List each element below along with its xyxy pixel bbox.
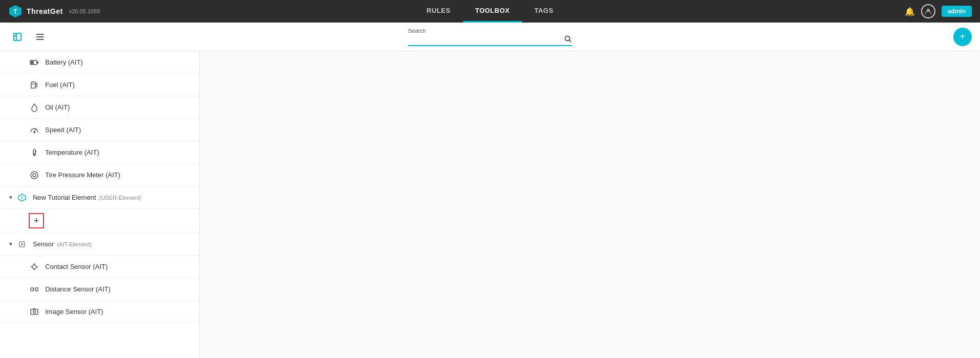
- image-sensor-label: Image Sensor (AIT): [45, 308, 103, 315]
- search-input[interactable]: [408, 35, 564, 45]
- temperature-label: Temperature (AIT): [45, 149, 99, 156]
- tutorial-icon: T: [16, 192, 28, 203]
- fuel-label: Fuel (AIT): [45, 81, 75, 89]
- svg-text:T: T: [13, 8, 17, 15]
- contact-sensor-label: Contact Sensor (AIT): [45, 263, 108, 270]
- fuel-icon: [29, 79, 40, 91]
- battery-label: Battery (AIT): [45, 58, 83, 66]
- svg-point-26: [21, 243, 23, 245]
- sensor-icon: [16, 239, 28, 250]
- svg-rect-35: [31, 309, 38, 314]
- top-nav: T ThreatGet v20.05.1059 RULES TOOLBOX TA…: [0, 0, 980, 23]
- search-area: Search: [408, 28, 572, 46]
- temperature-icon: [29, 147, 40, 158]
- tire-icon: [29, 170, 40, 181]
- list-item[interactable]: Contact Sensor (AIT): [0, 256, 199, 278]
- svg-line-8: [569, 40, 571, 42]
- svg-point-27: [32, 265, 36, 269]
- speed-label: Speed (AIT): [45, 126, 81, 134]
- search-row: [408, 35, 572, 46]
- distance-sensor-label: Distance Sensor (AIT): [45, 285, 111, 293]
- tab-tags[interactable]: TAGS: [522, 0, 565, 23]
- svg-rect-32: [31, 288, 33, 291]
- svg-point-22: [33, 174, 36, 177]
- distance-sensor-icon: [29, 284, 40, 295]
- list-item[interactable]: Temperature (AIT): [0, 141, 199, 164]
- contact-sensor-icon: [29, 261, 40, 272]
- sensor-type: (AIT-Element): [57, 241, 92, 247]
- svg-point-16: [34, 131, 35, 132]
- list-item[interactable]: Oil (AIT): [0, 96, 199, 119]
- tire-label: Tire Pressure Meter (AIT): [45, 171, 120, 179]
- svg-rect-13: [31, 82, 35, 88]
- new-tutorial-label: New Tutorial Element: [33, 194, 96, 201]
- sensor-section-header[interactable]: ▼ Sensor (AIT-Element): [0, 233, 199, 256]
- add-child-button[interactable]: +: [29, 213, 44, 228]
- list-item[interactable]: Distance Sensor (AIT): [0, 278, 199, 301]
- svg-rect-37: [33, 308, 35, 309]
- list-item[interactable]: Battery (AIT): [0, 51, 199, 74]
- oil-label: Oil (AIT): [45, 103, 70, 111]
- search-label: Search: [408, 28, 572, 34]
- hamburger-menu-icon[interactable]: [31, 28, 49, 46]
- search-icon[interactable]: [564, 35, 572, 45]
- list-item[interactable]: Image Sensor (AIT): [0, 301, 199, 323]
- add-child-container: +: [0, 209, 199, 233]
- expand-view-button[interactable]: [8, 28, 27, 46]
- app-version: v20.05.1059: [69, 8, 100, 14]
- app-logo-icon: T: [8, 4, 23, 18]
- svg-text:T: T: [21, 196, 24, 200]
- svg-point-21: [31, 172, 38, 179]
- nav-tabs: RULES TOOLBOX TAGS: [414, 0, 565, 23]
- notification-bell-icon[interactable]: 🔔: [905, 7, 915, 16]
- app-name: ThreatGet: [27, 7, 63, 15]
- svg-rect-3: [14, 33, 21, 40]
- chevron-down-icon: ▼: [8, 195, 13, 200]
- image-sensor-icon: [29, 306, 40, 318]
- add-global-button[interactable]: +: [953, 28, 972, 46]
- battery-icon: [29, 57, 40, 68]
- svg-point-7: [565, 36, 570, 40]
- user-circle-icon[interactable]: [921, 4, 935, 18]
- logo-area: T ThreatGet v20.05.1059: [8, 4, 100, 18]
- speed-icon: [29, 124, 40, 136]
- content-area: [200, 51, 980, 358]
- svg-rect-33: [35, 288, 38, 291]
- tab-rules[interactable]: RULES: [414, 0, 463, 23]
- secondary-nav: Search +: [0, 23, 980, 51]
- list-item[interactable]: Fuel (AIT): [0, 74, 199, 96]
- svg-point-36: [33, 310, 36, 313]
- sensor-chevron-down-icon: ▼: [8, 241, 13, 247]
- svg-point-18: [33, 153, 36, 156]
- oil-icon: [29, 102, 40, 113]
- list-item[interactable]: Speed (AIT): [0, 119, 199, 141]
- tab-toolbox[interactable]: TOOLBOX: [463, 0, 522, 23]
- new-tutorial-type: (USER-Element): [99, 195, 141, 201]
- nav-right: 🔔 admin: [905, 4, 972, 18]
- main-layout: Battery (AIT) Fuel (AIT) Oil (AIT): [0, 51, 980, 358]
- sidebar: Battery (AIT) Fuel (AIT) Oil (AIT): [0, 51, 200, 358]
- sensor-label: Sensor: [33, 240, 54, 248]
- new-tutorial-section-header[interactable]: ▼ T New Tutorial Element (USER-Element): [0, 186, 199, 209]
- list-item[interactable]: Tire Pressure Meter (AIT): [0, 164, 199, 186]
- svg-rect-12: [31, 61, 33, 64]
- admin-badge[interactable]: admin: [942, 6, 972, 17]
